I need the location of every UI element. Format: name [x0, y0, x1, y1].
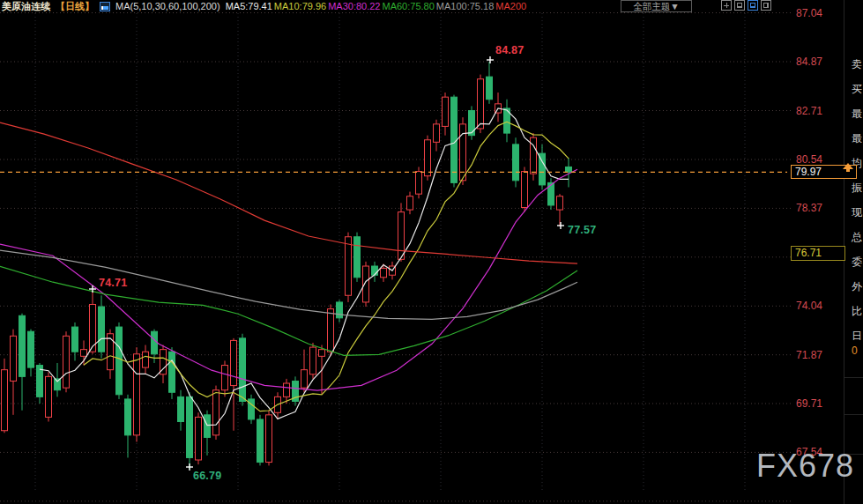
- symbol-title: 美原油连续: [2, 0, 50, 13]
- extreme-price-label: 74.71: [99, 277, 127, 289]
- candle-body: [46, 376, 52, 417]
- price-marker-arrow-icon: [843, 163, 853, 169]
- axis-tick-label: 71.87: [796, 349, 822, 361]
- candle-body: [337, 302, 343, 318]
- candle-body: [266, 415, 272, 463]
- ma-legend-item: MA100:75.18: [436, 1, 494, 11]
- quote-panel-char: 最: [852, 107, 862, 122]
- candle-body: [231, 340, 237, 385]
- axis-tick-label: 78.37: [796, 202, 822, 214]
- candle-body: [557, 196, 563, 210]
- candle-body: [416, 172, 422, 195]
- candle-body: [354, 237, 361, 278]
- candle-body: [372, 266, 378, 275]
- candle-body: [152, 331, 158, 354]
- quote-panel-value: 0: [852, 345, 858, 357]
- strip-divider: [844, 377, 863, 378]
- theme-dropdown[interactable]: 全部主题▼: [621, 0, 692, 12]
- extreme-price-label: 84.87: [495, 44, 524, 56]
- quote-panel-char: 最: [852, 131, 862, 146]
- crosshair-icon[interactable]: [721, 0, 732, 11]
- candle-body: [284, 383, 290, 397]
- candle-body: [72, 327, 78, 352]
- add-pane-icon[interactable]: [761, 0, 771, 11]
- candle-body: [328, 309, 334, 352]
- candle-body: [81, 350, 87, 357]
- period-label: 【日线】: [56, 0, 94, 13]
- ma-line-ma200: [0, 122, 577, 263]
- candle-body: [205, 415, 211, 438]
- candle-body: [407, 196, 413, 210]
- ma-legend-item: MA60:75.80: [383, 1, 435, 11]
- candle-body: [19, 315, 26, 376]
- candle-body: [478, 79, 484, 129]
- candle-body: [134, 354, 140, 435]
- candle-body: [55, 379, 61, 390]
- ma-legend-item: MA200: [495, 1, 526, 11]
- extreme-price-label: 66.79: [193, 470, 221, 482]
- candle-body: [566, 167, 572, 172]
- candlestick-chart-icon[interactable]: [100, 2, 110, 11]
- candle-body: [125, 399, 131, 435]
- candle-body: [443, 97, 449, 126]
- marked-level-box: 76.71: [791, 246, 845, 261]
- candle-body: [381, 269, 387, 278]
- candle-body: [257, 419, 264, 463]
- ma-line-ma100: [0, 250, 577, 319]
- candle-body: [143, 352, 149, 367]
- candle-body: [425, 140, 431, 176]
- axis-tick-label: 74.04: [796, 300, 822, 312]
- candle-body: [187, 397, 193, 457]
- candle-body: [169, 352, 175, 392]
- quote-panel-char: 卖: [852, 57, 862, 72]
- candle-body: [434, 124, 440, 142]
- axis-tick-label: 69.71: [796, 397, 822, 410]
- candle-body: [346, 237, 352, 296]
- ma-legend-item: MA10:79.96: [274, 1, 326, 11]
- candle-body: [99, 307, 105, 352]
- pane-layout-active-icon[interactable]: [748, 0, 758, 11]
- quote-panel-char: 买: [852, 82, 862, 97]
- ma-legend: MA5:79.41MA10:79.96MA30:80.22MA60:75.80M…: [226, 1, 528, 11]
- candle-body: [513, 145, 519, 181]
- candle-body: [213, 390, 219, 435]
- pane-layout-icon[interactable]: [734, 0, 745, 11]
- chart-window: 美原油连续 【日线】 MA(5,10,30,60,100,200) MA5:79…: [0, 0, 863, 504]
- quote-panel-char: 振: [852, 181, 862, 196]
- ma-group-label: MA(5,10,30,60,100,200): [115, 1, 220, 11]
- candle-body: [178, 397, 184, 421]
- ma-line-ma10: [84, 122, 569, 411]
- candle-body: [319, 350, 325, 357]
- toolbar-icons: [721, 0, 771, 11]
- candlestick-plot-area[interactable]: [0, 0, 863, 504]
- watermark: FX678: [756, 448, 854, 485]
- candle-body: [63, 336, 70, 388]
- ma-legend-item: MA30:80.22: [328, 1, 380, 11]
- candle-body: [301, 370, 308, 388]
- quote-panel-char: 委: [852, 255, 862, 270]
- candle-body: [222, 366, 228, 390]
- quote-panel-char: 现: [852, 205, 862, 220]
- extreme-price-label: 77.57: [568, 224, 596, 236]
- candle-body: [108, 334, 114, 370]
- quote-panel-strip: 卖买最最均振现总委外比日0: [844, 0, 863, 504]
- ma-legend-item: MA5:79.41: [226, 1, 272, 11]
- candle-body: [196, 417, 202, 460]
- candle-body: [363, 266, 369, 302]
- candle-body: [310, 347, 316, 374]
- ma-line-ma60: [0, 266, 577, 355]
- candle-body: [240, 338, 246, 402]
- candle-body: [522, 172, 528, 208]
- candle-body: [451, 97, 458, 182]
- ma-line-ma30: [0, 169, 577, 390]
- candle-body: [487, 77, 493, 100]
- candle-body: [398, 212, 405, 260]
- candle-body: [2, 370, 8, 431]
- axis-tick-label: 84.87: [796, 56, 822, 68]
- candle-body: [469, 111, 475, 136]
- quote-panel-char: 比: [852, 304, 862, 319]
- candle-body: [11, 336, 17, 381]
- quote-panel-char: 总: [852, 230, 862, 245]
- quote-panel-char: 外: [852, 279, 862, 294]
- axis-tick-label: 80.54: [796, 153, 822, 166]
